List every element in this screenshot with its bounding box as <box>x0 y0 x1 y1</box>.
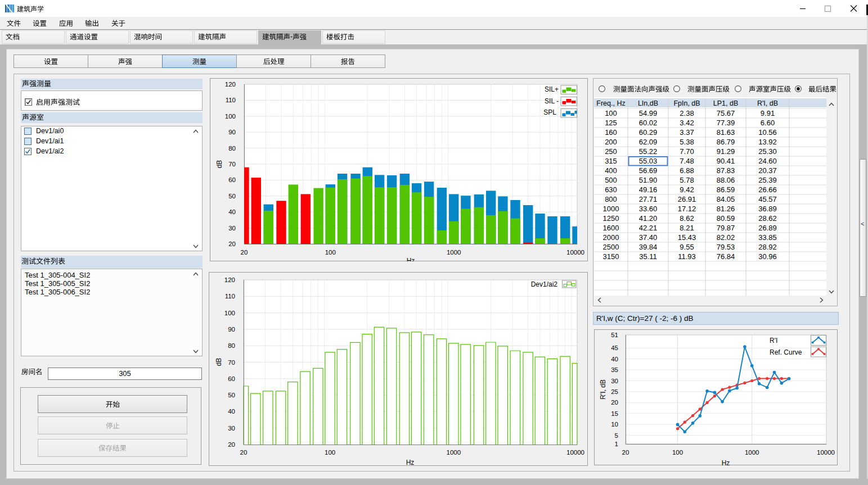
svg-text:3.37: 3.37 <box>680 128 694 137</box>
svg-text:20: 20 <box>611 399 618 406</box>
svg-text:54.99: 54.99 <box>639 109 658 117</box>
svg-text:10000: 10000 <box>817 449 835 456</box>
svg-text:160: 160 <box>605 128 617 137</box>
svg-text:20: 20 <box>241 249 248 256</box>
svg-text:Freq., Hz: Freq., Hz <box>596 99 625 107</box>
svg-text:Ref. Curve: Ref. Curve <box>770 348 802 356</box>
svg-text:40: 40 <box>228 408 235 415</box>
svg-text:42.21: 42.21 <box>639 224 658 232</box>
svg-text:3.42: 3.42 <box>680 119 694 127</box>
svg-text:90: 90 <box>228 326 235 333</box>
svg-text:15.43: 15.43 <box>678 233 696 242</box>
svg-text:45: 45 <box>611 345 618 351</box>
svg-text:315: 315 <box>605 157 617 165</box>
svg-text:40: 40 <box>611 356 618 362</box>
svg-text:LP1, dB: LP1, dB <box>713 99 738 107</box>
svg-text:35: 35 <box>611 366 618 373</box>
svg-text:100: 100 <box>224 310 235 316</box>
svg-text:24.60: 24.60 <box>758 157 777 165</box>
svg-text:R'I: R'I <box>770 337 777 345</box>
svg-text:5.78: 5.78 <box>680 176 694 184</box>
svg-text:87.83: 87.83 <box>717 166 735 175</box>
svg-text:100: 100 <box>325 249 336 256</box>
svg-text:200: 200 <box>605 138 617 146</box>
svg-text:Hz: Hz <box>406 459 415 466</box>
svg-text:400: 400 <box>605 166 617 175</box>
svg-text:39.84: 39.84 <box>639 243 658 251</box>
svg-text:45.57: 45.57 <box>758 195 777 203</box>
svg-text:10: 10 <box>611 421 618 428</box>
svg-text:1000: 1000 <box>447 249 461 256</box>
svg-text:56.69: 56.69 <box>639 166 658 175</box>
svg-text:Hz: Hz <box>722 459 730 465</box>
svg-text:5: 5 <box>615 432 618 439</box>
svg-text:SIL -: SIL - <box>545 97 559 105</box>
svg-text:1: 1 <box>615 441 618 447</box>
svg-text:10.56: 10.56 <box>758 128 777 137</box>
svg-text:28.92: 28.92 <box>758 243 777 251</box>
svg-text:9.55: 9.55 <box>680 243 694 251</box>
svg-text:33.60: 33.60 <box>639 205 658 213</box>
svg-text:26.89: 26.89 <box>758 224 777 232</box>
svg-text:81.26: 81.26 <box>717 205 735 213</box>
svg-text:40: 40 <box>228 208 236 215</box>
svg-text:9.91: 9.91 <box>761 109 775 117</box>
svg-text:88.06: 88.06 <box>717 176 735 184</box>
svg-text:17.12: 17.12 <box>678 205 696 213</box>
svg-text:7.70: 7.70 <box>680 147 694 156</box>
svg-text:100: 100 <box>672 449 683 456</box>
svg-text:8.62: 8.62 <box>680 214 694 223</box>
svg-text:80: 80 <box>228 145 236 152</box>
svg-text:35.11: 35.11 <box>639 252 657 261</box>
svg-text:55.22: 55.22 <box>639 147 658 156</box>
svg-text:2500: 2500 <box>603 243 619 251</box>
svg-text:27.71: 27.71 <box>639 195 658 203</box>
svg-text:9.42: 9.42 <box>680 185 694 194</box>
svg-text:13.92: 13.92 <box>758 138 777 146</box>
svg-text:7.48: 7.48 <box>680 157 694 165</box>
svg-text:20: 20 <box>228 441 235 448</box>
svg-text:LIn,dB: LIn,dB <box>638 99 658 107</box>
svg-text:15: 15 <box>611 410 618 417</box>
svg-text:110: 110 <box>226 97 236 103</box>
svg-text:33.85: 33.85 <box>758 233 777 242</box>
svg-text:500: 500 <box>605 176 617 184</box>
svg-text:125: 125 <box>605 119 617 127</box>
svg-text:10000: 10000 <box>566 249 584 256</box>
svg-text:30: 30 <box>611 378 618 384</box>
svg-text:1000: 1000 <box>447 449 461 456</box>
svg-text:60: 60 <box>228 375 235 382</box>
svg-text:82.02: 82.02 <box>717 233 735 242</box>
svg-text:30: 30 <box>228 225 236 232</box>
svg-text:60.29: 60.29 <box>639 128 658 137</box>
svg-text:6.60: 6.60 <box>761 119 775 127</box>
svg-text:90: 90 <box>228 129 236 135</box>
svg-text:55.03: 55.03 <box>639 157 658 165</box>
svg-text:86.79: 86.79 <box>717 138 735 146</box>
svg-text:77.39: 77.39 <box>717 119 735 127</box>
svg-text:50: 50 <box>228 392 235 398</box>
svg-text:51: 51 <box>611 332 618 338</box>
svg-text:100: 100 <box>225 113 236 120</box>
svg-text:6.88: 6.88 <box>680 166 694 175</box>
svg-text:10000: 10000 <box>566 449 584 456</box>
svg-text:Dev1/ai2: Dev1/ai2 <box>531 280 558 288</box>
svg-text:30: 30 <box>228 425 235 432</box>
svg-text:80.59: 80.59 <box>717 214 735 223</box>
svg-text:30.96: 30.96 <box>758 252 777 261</box>
svg-text:100: 100 <box>605 109 617 117</box>
svg-text:76.84: 76.84 <box>717 252 735 261</box>
svg-text:3150: 3150 <box>603 252 619 261</box>
svg-text:86.59: 86.59 <box>717 185 735 194</box>
svg-text:26.91: 26.91 <box>678 195 696 203</box>
svg-text:R'I, dB: R'I, dB <box>757 99 778 107</box>
svg-text:1000: 1000 <box>603 205 619 213</box>
svg-text:37.40: 37.40 <box>639 233 658 242</box>
svg-text:20.37: 20.37 <box>758 166 777 175</box>
svg-text:120: 120 <box>224 277 235 283</box>
svg-text:11.93: 11.93 <box>678 252 696 261</box>
svg-text:100: 100 <box>325 449 335 456</box>
svg-text:110: 110 <box>225 293 235 300</box>
svg-text:20: 20 <box>622 449 629 456</box>
svg-text:28.62: 28.62 <box>758 214 777 223</box>
